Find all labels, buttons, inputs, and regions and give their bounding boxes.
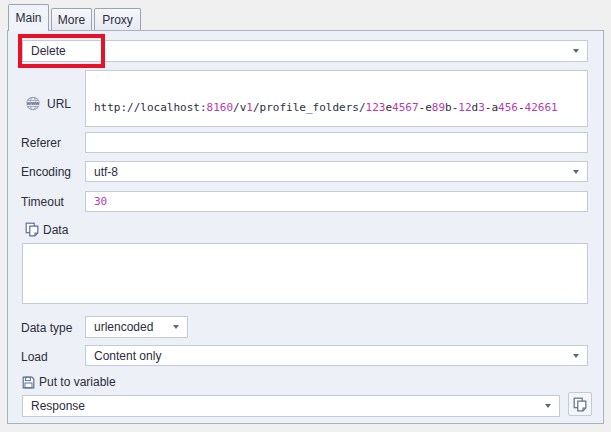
chevron-down-icon <box>545 404 551 408</box>
url-label: www URL <box>25 96 71 111</box>
referer-label: Referer <box>21 136 61 150</box>
load-label: Load <box>21 350 48 364</box>
data-type-select-value: urlencoded <box>94 320 153 334</box>
url-line-1: http://localhost:8160/v1/profile_folders… <box>94 101 579 114</box>
data-label-text: Data <box>43 223 68 237</box>
chevron-down-icon <box>573 170 579 174</box>
tab-main[interactable]: Main <box>8 4 49 31</box>
tab-proxy[interactable]: Proxy <box>94 8 141 30</box>
url-label-text: URL <box>47 97 71 111</box>
url-input[interactable]: http://localhost:8160/v1/profile_folders… <box>85 70 588 127</box>
copy-variable-button[interactable] <box>568 392 592 416</box>
referer-input[interactable] <box>85 132 588 153</box>
http-request-settings-window: { "tabs": { "items": [ { "label": "Main"… <box>0 0 611 432</box>
put-to-variable-value: Response <box>31 399 85 413</box>
tab-more-label: More <box>58 13 85 27</box>
chevron-down-icon <box>173 325 179 329</box>
timeout-label: Timeout <box>21 195 64 209</box>
method-select-value: Delete <box>31 44 66 58</box>
chevron-down-icon <box>573 354 579 358</box>
chevron-down-icon <box>573 49 579 53</box>
encoding-select[interactable]: utf-8 <box>85 161 588 182</box>
put-to-variable-select[interactable]: Response <box>22 395 560 417</box>
load-select[interactable]: Content only <box>85 345 588 366</box>
timeout-input[interactable]: 30 <box>85 191 588 212</box>
load-select-value: Content only <box>94 349 161 363</box>
encoding-select-value: utf-8 <box>94 165 118 179</box>
tab-main-label: Main <box>15 11 41 25</box>
data-textarea[interactable] <box>22 243 588 304</box>
globe-www-icon: www <box>25 96 43 111</box>
copy-pages-icon <box>25 222 39 237</box>
svg-text:www: www <box>26 100 40 106</box>
data-type-label: Data type <box>21 321 72 335</box>
save-icon <box>22 376 35 389</box>
tab-more[interactable]: More <box>51 8 92 30</box>
tab-proxy-label: Proxy <box>102 13 133 27</box>
method-select[interactable]: Delete <box>22 40 588 62</box>
copy-pages-icon <box>573 397 587 412</box>
encoding-label: Encoding <box>21 165 71 179</box>
timeout-value: 30 <box>94 195 107 208</box>
put-to-variable-label-text: Put to variable <box>39 375 116 389</box>
data-label: Data <box>25 222 68 237</box>
data-type-select[interactable]: urlencoded <box>85 316 188 338</box>
put-to-variable-label: Put to variable <box>22 375 116 389</box>
